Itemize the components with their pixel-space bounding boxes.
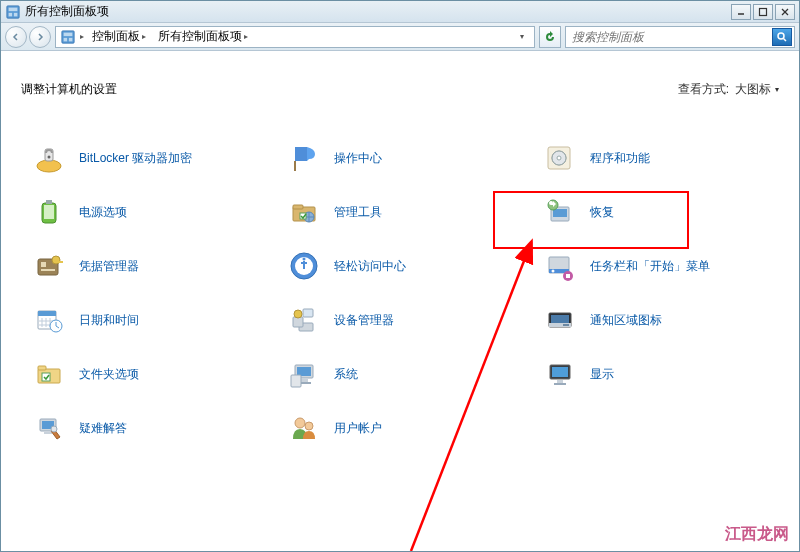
svg-point-56 [294, 310, 302, 318]
svg-rect-9 [64, 32, 73, 36]
svg-point-16 [48, 156, 51, 159]
svg-rect-44 [566, 274, 570, 278]
cp-item-label: 管理工具 [334, 204, 382, 221]
page-heading: 调整计算机的设置 [21, 81, 117, 98]
datetime-icon [31, 302, 67, 338]
cp-item-taskbar[interactable]: 任务栏和「开始」菜单 [538, 246, 773, 286]
search-button[interactable] [772, 28, 792, 46]
cp-item-display[interactable]: 显示 [538, 354, 773, 394]
cp-item-credentials[interactable]: 凭据管理器 [27, 246, 262, 286]
cp-item-notification[interactable]: 通知区域图标 [538, 300, 773, 340]
breadcrumb-seg-control-panel[interactable]: 控制面板 ▸ [88, 26, 150, 47]
cp-item-label: 系统 [334, 366, 358, 383]
breadcrumb-seg-all-items[interactable]: 所有控制面板项 ▸ [154, 26, 252, 47]
window-controls [731, 4, 795, 20]
svg-rect-2 [9, 12, 13, 16]
svg-point-76 [51, 426, 57, 432]
svg-rect-75 [44, 432, 52, 434]
close-button[interactable] [775, 4, 795, 20]
cp-item-troubleshoot[interactable]: 疑难解答 [27, 408, 262, 448]
bitlocker-icon [31, 140, 67, 176]
cp-item-power[interactable]: 电源选项 [27, 192, 262, 232]
cp-item-label: BitLocker 驱动器加密 [79, 150, 192, 167]
svg-rect-46 [38, 311, 56, 316]
cp-item-device-mgr[interactable]: 设备管理器 [282, 300, 517, 340]
notification-icon [542, 302, 578, 338]
view-control: 查看方式: 大图标 ▾ [678, 81, 779, 98]
svg-rect-11 [69, 37, 73, 41]
search-input[interactable] [568, 30, 772, 44]
control-panel-icon [60, 29, 76, 45]
svg-point-39 [303, 258, 306, 261]
cp-item-action-center[interactable]: 操作中心 [282, 138, 517, 178]
chevron-right-icon[interactable]: ▸ [244, 32, 248, 41]
cp-item-label: 通知区域图标 [590, 312, 662, 329]
cp-item-label: 日期和时间 [79, 312, 139, 329]
cp-item-label: 凭据管理器 [79, 258, 139, 275]
cp-item-system[interactable]: 系统 [282, 354, 517, 394]
svg-rect-62 [38, 366, 46, 370]
taskbar-icon [542, 248, 578, 284]
watermark: 江西龙网 [725, 524, 789, 545]
svg-point-42 [551, 270, 554, 273]
cp-item-label: 电源选项 [79, 204, 127, 221]
chevron-down-icon: ▾ [775, 85, 779, 94]
cp-item-folder[interactable]: 文件夹选项 [27, 354, 262, 394]
svg-point-21 [557, 156, 561, 160]
svg-point-78 [305, 422, 313, 430]
credentials-icon [31, 248, 67, 284]
control-panel-icon [5, 4, 21, 20]
nav-forward-button[interactable] [29, 26, 51, 48]
breadcrumb-label: 所有控制面板项 [158, 28, 242, 45]
cp-item-programs[interactable]: 程序和功能 [538, 138, 773, 178]
action-center-icon [286, 140, 322, 176]
cp-item-recovery[interactable]: 恢复 [538, 192, 773, 232]
recovery-icon [542, 194, 578, 230]
svg-rect-17 [294, 161, 296, 171]
svg-rect-70 [552, 367, 568, 377]
search-box[interactable] [565, 26, 795, 48]
user-icon [286, 410, 322, 446]
maximize-button[interactable] [753, 4, 773, 20]
refresh-button[interactable] [539, 26, 561, 48]
svg-rect-72 [554, 383, 566, 385]
svg-rect-26 [293, 205, 303, 209]
power-icon [31, 194, 67, 230]
admin-tools-icon [286, 194, 322, 230]
breadcrumb-label: 控制面板 [92, 28, 140, 45]
cp-item-bitlocker[interactable]: BitLocker 驱动器加密 [27, 138, 262, 178]
control-panel-window: 所有控制面板项 ▸ [0, 0, 800, 552]
programs-icon [542, 140, 578, 176]
cp-item-ease-access[interactable]: 轻松访问中心 [282, 246, 517, 286]
troubleshoot-icon [31, 410, 67, 446]
cp-item-datetime[interactable]: 日期和时间 [27, 300, 262, 340]
chevron-right-icon[interactable]: ▸ [142, 32, 146, 41]
content-area: 调整计算机的设置 查看方式: 大图标 ▾ BitLocker 驱动器加密 操作中… [1, 51, 799, 551]
cp-item-user[interactable]: 用户帐户 [282, 408, 517, 448]
cp-item-label: 显示 [590, 366, 614, 383]
window-title: 所有控制面板项 [25, 3, 731, 20]
cp-item-label: 操作中心 [334, 150, 382, 167]
svg-rect-55 [303, 309, 313, 317]
content-header: 调整计算机的设置 查看方式: 大图标 ▾ [21, 81, 779, 98]
titlebar: 所有控制面板项 [1, 1, 799, 23]
minimize-button[interactable] [731, 4, 751, 20]
nav-toolbar: ▸ 控制面板 ▸ 所有控制面板项 ▸ ▾ [1, 23, 799, 51]
svg-rect-60 [563, 324, 569, 326]
svg-rect-23 [46, 200, 52, 204]
breadcrumb[interactable]: ▸ 控制面板 ▸ 所有控制面板项 ▸ ▾ [55, 26, 535, 48]
system-icon [286, 356, 322, 392]
view-dropdown[interactable]: 大图标 ▾ [735, 81, 779, 98]
ease-access-icon [286, 248, 322, 284]
svg-rect-10 [64, 37, 68, 41]
cp-item-label: 恢复 [590, 204, 614, 221]
cp-item-admin-tools[interactable]: 管理工具 [282, 192, 517, 232]
svg-point-14 [37, 160, 61, 172]
nav-back-button[interactable] [5, 26, 27, 48]
display-icon [542, 356, 578, 392]
cp-item-label: 用户帐户 [334, 420, 382, 437]
chevron-right-icon[interactable]: ▸ [80, 32, 84, 41]
breadcrumb-dropdown-icon[interactable]: ▾ [514, 30, 530, 43]
view-label: 查看方式: [678, 81, 729, 98]
cp-item-label: 轻松访问中心 [334, 258, 406, 275]
